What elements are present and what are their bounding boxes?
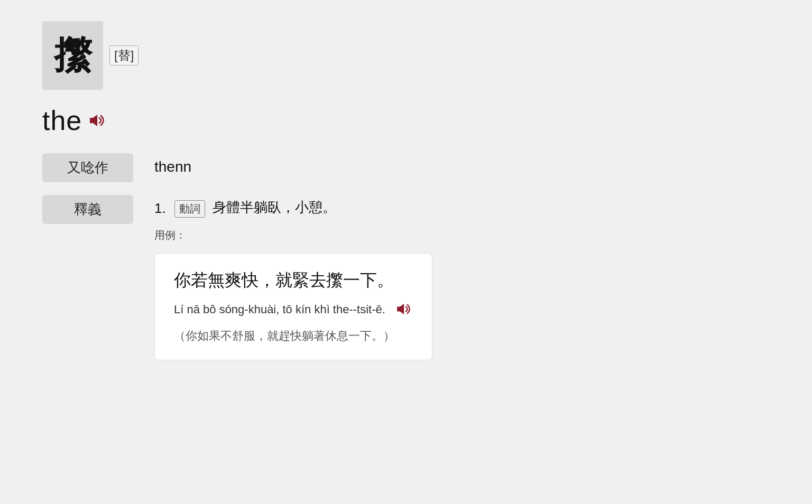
example-speaker-icon (397, 303, 412, 315)
character-glyph: 㩯 (42, 21, 103, 90)
definition-content: 1. 動詞 身體半躺臥，小憩。 用例： 你若無爽快，就緊去㩯一下。 Lí nā … (154, 195, 432, 360)
pronunciation-speaker-button[interactable] (89, 113, 106, 128)
definition-item: 1. 動詞 身體半躺臥，小憩。 (154, 198, 432, 218)
svg-marker-1 (397, 304, 404, 314)
speaker-icon (90, 114, 106, 127)
character-header: 㩯 [替] (42, 21, 770, 90)
definition-row: 釋義 1. 動詞 身體半躺臥，小憩。 用例： 你若無爽快，就緊去㩯一下。 Lí … (42, 195, 770, 360)
example-speaker-button[interactable] (396, 302, 413, 316)
example-translation: （你如果不舒服，就趕快躺著休息一下。） (174, 326, 413, 345)
definition-text: 身體半躺臥，小憩。 (213, 198, 336, 217)
example-romanization: Lí nā bô sóng-khuài, tō kín khì the--tsi… (174, 301, 385, 318)
svg-marker-0 (90, 115, 97, 126)
example-label: 用例： (154, 228, 432, 242)
alt-pronunciation-label: 又唸作 (42, 153, 133, 182)
pronunciation-row: the (42, 105, 770, 136)
pos-tag: 動詞 (174, 200, 205, 218)
example-box: 你若無爽快，就緊去㩯一下。 Lí nā bô sóng-khuài, tō kí… (154, 253, 432, 360)
definition-number: 1. (154, 198, 166, 217)
alt-pronunciation-row: 又唸作 thenn (42, 153, 770, 182)
example-chinese: 你若無爽快，就緊去㩯一下。 (174, 268, 413, 292)
definition-label: 釋義 (42, 195, 133, 224)
alt-pronunciation-value: thenn (154, 156, 191, 175)
pronunciation-text: the (42, 105, 82, 136)
alt-pronunciation-content: thenn (154, 153, 191, 175)
definition-body: 動詞 身體半躺臥，小憩。 (174, 198, 336, 218)
character-tag: [替] (109, 45, 139, 66)
example-romanization-row: Lí nā bô sóng-khuài, tō kín khì the--tsi… (174, 301, 413, 318)
